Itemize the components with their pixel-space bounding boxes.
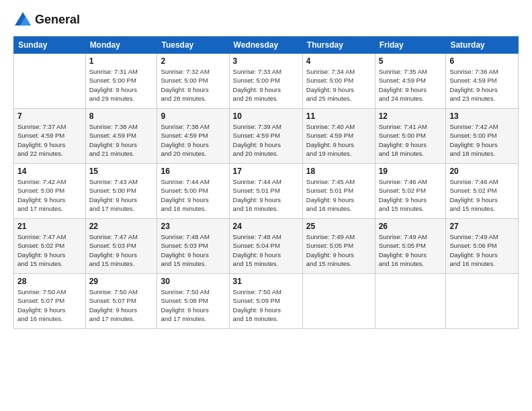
- day-info: Sunrise: 7:45 AMSunset: 5:01 PMDaylight:…: [306, 177, 371, 213]
- calendar-cell: 27Sunrise: 7:49 AMSunset: 5:06 PMDayligh…: [446, 219, 519, 274]
- day-info: Sunrise: 7:36 AMSunset: 4:59 PMDaylight:…: [449, 67, 515, 103]
- day-number: 4: [306, 56, 371, 66]
- calendar-cell: 5Sunrise: 7:35 AMSunset: 4:59 PMDaylight…: [375, 54, 446, 109]
- calendar-cell: 25Sunrise: 7:49 AMSunset: 5:05 PMDayligh…: [302, 219, 375, 274]
- day-number: 22: [89, 222, 154, 231]
- calendar-cell: 4Sunrise: 7:34 AMSunset: 5:00 PMDaylight…: [302, 54, 375, 109]
- day-info: Sunrise: 7:49 AMSunset: 5:05 PMDaylight:…: [306, 232, 371, 268]
- weekday-header-monday: Monday: [85, 37, 157, 54]
- calendar-cell: 9Sunrise: 7:38 AMSunset: 4:59 PMDaylight…: [157, 109, 229, 164]
- calendar-cell: 11Sunrise: 7:40 AMSunset: 4:59 PMDayligh…: [302, 109, 375, 164]
- calendar-cell: 2Sunrise: 7:32 AMSunset: 5:00 PMDaylight…: [157, 54, 229, 109]
- day-number: 23: [161, 222, 225, 231]
- day-info: Sunrise: 7:35 AMSunset: 4:59 PMDaylight:…: [379, 67, 443, 103]
- day-info: Sunrise: 7:38 AMSunset: 4:59 PMDaylight:…: [161, 122, 225, 158]
- day-number: 15: [89, 167, 154, 176]
- calendar-cell: 20Sunrise: 7:46 AMSunset: 5:02 PMDayligh…: [446, 164, 519, 219]
- day-number: 17: [233, 167, 299, 176]
- calendar-cell: 18Sunrise: 7:45 AMSunset: 5:01 PMDayligh…: [302, 164, 375, 219]
- calendar-cell: 6Sunrise: 7:36 AMSunset: 4:59 PMDaylight…: [446, 54, 519, 109]
- week-row-1: 1Sunrise: 7:31 AMSunset: 5:00 PMDaylight…: [14, 54, 519, 109]
- calendar-cell: [302, 274, 375, 329]
- day-number: 3: [233, 56, 299, 66]
- day-number: 21: [17, 222, 82, 231]
- week-row-4: 21Sunrise: 7:47 AMSunset: 5:02 PMDayligh…: [14, 219, 519, 274]
- day-info: Sunrise: 7:47 AMSunset: 5:03 PMDaylight:…: [89, 232, 154, 268]
- day-info: Sunrise: 7:46 AMSunset: 5:02 PMDaylight:…: [449, 177, 515, 213]
- day-info: Sunrise: 7:48 AMSunset: 5:04 PMDaylight:…: [233, 232, 299, 268]
- day-info: Sunrise: 7:40 AMSunset: 4:59 PMDaylight:…: [306, 122, 371, 158]
- week-row-2: 7Sunrise: 7:37 AMSunset: 4:59 PMDaylight…: [14, 109, 519, 164]
- day-number: 14: [17, 167, 82, 176]
- calendar-cell: 3Sunrise: 7:33 AMSunset: 5:00 PMDaylight…: [229, 54, 302, 109]
- calendar-cell: 7Sunrise: 7:37 AMSunset: 4:59 PMDaylight…: [14, 109, 86, 164]
- calendar-cell: 12Sunrise: 7:41 AMSunset: 5:00 PMDayligh…: [375, 109, 446, 164]
- day-info: Sunrise: 7:34 AMSunset: 5:00 PMDaylight:…: [306, 67, 371, 103]
- calendar-cell: 15Sunrise: 7:43 AMSunset: 5:00 PMDayligh…: [85, 164, 157, 219]
- day-info: Sunrise: 7:46 AMSunset: 5:02 PMDaylight:…: [379, 177, 443, 213]
- calendar-cell: [446, 274, 519, 329]
- day-info: Sunrise: 7:44 AMSunset: 5:00 PMDaylight:…: [161, 177, 225, 213]
- day-number: 26: [379, 222, 443, 231]
- day-info: Sunrise: 7:41 AMSunset: 5:00 PMDaylight:…: [379, 122, 443, 158]
- day-number: 18: [306, 167, 371, 176]
- day-number: 1: [89, 56, 154, 66]
- day-number: 9: [161, 111, 225, 121]
- day-number: 13: [449, 111, 515, 121]
- calendar-cell: 29Sunrise: 7:50 AMSunset: 5:07 PMDayligh…: [85, 274, 157, 329]
- day-number: 19: [379, 167, 443, 176]
- weekday-header-sunday: Sunday: [14, 37, 86, 54]
- day-info: Sunrise: 7:49 AMSunset: 5:05 PMDaylight:…: [379, 232, 443, 268]
- calendar-cell: 24Sunrise: 7:48 AMSunset: 5:04 PMDayligh…: [229, 219, 302, 274]
- day-number: 29: [89, 277, 154, 286]
- day-info: Sunrise: 7:44 AMSunset: 5:01 PMDaylight:…: [233, 177, 299, 213]
- weekday-header-tuesday: Tuesday: [157, 37, 229, 54]
- day-number: 16: [161, 167, 225, 176]
- logo-text: General: [35, 13, 80, 27]
- day-number: 24: [233, 222, 299, 231]
- day-number: 27: [449, 222, 515, 231]
- weekday-header-friday: Friday: [375, 37, 446, 54]
- calendar-cell: [375, 274, 446, 329]
- day-number: 28: [17, 277, 82, 286]
- logo-icon: [13, 11, 32, 30]
- calendar-cell: 17Sunrise: 7:44 AMSunset: 5:01 PMDayligh…: [229, 164, 302, 219]
- day-number: 31: [233, 277, 299, 286]
- day-number: 12: [379, 111, 443, 121]
- day-info: Sunrise: 7:47 AMSunset: 5:02 PMDaylight:…: [17, 232, 82, 268]
- day-number: 30: [161, 277, 225, 286]
- calendar-cell: 26Sunrise: 7:49 AMSunset: 5:05 PMDayligh…: [375, 219, 446, 274]
- day-info: Sunrise: 7:50 AMSunset: 5:07 PMDaylight:…: [17, 287, 82, 323]
- day-info: Sunrise: 7:31 AMSunset: 5:00 PMDaylight:…: [89, 67, 154, 103]
- day-info: Sunrise: 7:50 AMSunset: 5:07 PMDaylight:…: [89, 287, 154, 323]
- day-info: Sunrise: 7:48 AMSunset: 5:03 PMDaylight:…: [161, 232, 225, 268]
- calendar-cell: 31Sunrise: 7:50 AMSunset: 5:09 PMDayligh…: [229, 274, 302, 329]
- calendar-cell: 13Sunrise: 7:42 AMSunset: 5:00 PMDayligh…: [446, 109, 519, 164]
- calendar-cell: 8Sunrise: 7:38 AMSunset: 4:59 PMDaylight…: [85, 109, 157, 164]
- day-number: 10: [233, 111, 299, 121]
- page: General SundayMondayTuesdayWednesdayThur…: [0, 0, 532, 411]
- calendar-cell: 10Sunrise: 7:39 AMSunset: 4:59 PMDayligh…: [229, 109, 302, 164]
- day-number: 11: [306, 111, 371, 121]
- day-info: Sunrise: 7:33 AMSunset: 5:00 PMDaylight:…: [233, 67, 299, 103]
- calendar-cell: 14Sunrise: 7:42 AMSunset: 5:00 PMDayligh…: [14, 164, 86, 219]
- day-info: Sunrise: 7:50 AMSunset: 5:08 PMDaylight:…: [161, 287, 225, 323]
- day-number: 20: [449, 167, 515, 176]
- calendar-cell: 30Sunrise: 7:50 AMSunset: 5:08 PMDayligh…: [157, 274, 229, 329]
- week-row-5: 28Sunrise: 7:50 AMSunset: 5:07 PMDayligh…: [14, 274, 519, 329]
- day-number: 2: [161, 56, 225, 66]
- calendar-cell: [14, 54, 86, 109]
- calendar-cell: 23Sunrise: 7:48 AMSunset: 5:03 PMDayligh…: [157, 219, 229, 274]
- calendar-cell: 21Sunrise: 7:47 AMSunset: 5:02 PMDayligh…: [14, 219, 86, 274]
- day-info: Sunrise: 7:42 AMSunset: 5:00 PMDaylight:…: [449, 122, 515, 158]
- day-info: Sunrise: 7:37 AMSunset: 4:59 PMDaylight:…: [17, 122, 82, 158]
- calendar-cell: 19Sunrise: 7:46 AMSunset: 5:02 PMDayligh…: [375, 164, 446, 219]
- weekday-header-saturday: Saturday: [446, 37, 519, 54]
- week-row-3: 14Sunrise: 7:42 AMSunset: 5:00 PMDayligh…: [14, 164, 519, 219]
- weekday-header-wednesday: Wednesday: [229, 37, 302, 54]
- calendar-table: SundayMondayTuesdayWednesdayThursdayFrid…: [13, 36, 519, 329]
- day-info: Sunrise: 7:39 AMSunset: 4:59 PMDaylight:…: [233, 122, 299, 158]
- logo: General: [13, 11, 80, 30]
- header: General: [13, 11, 519, 30]
- day-info: Sunrise: 7:32 AMSunset: 5:00 PMDaylight:…: [161, 67, 225, 103]
